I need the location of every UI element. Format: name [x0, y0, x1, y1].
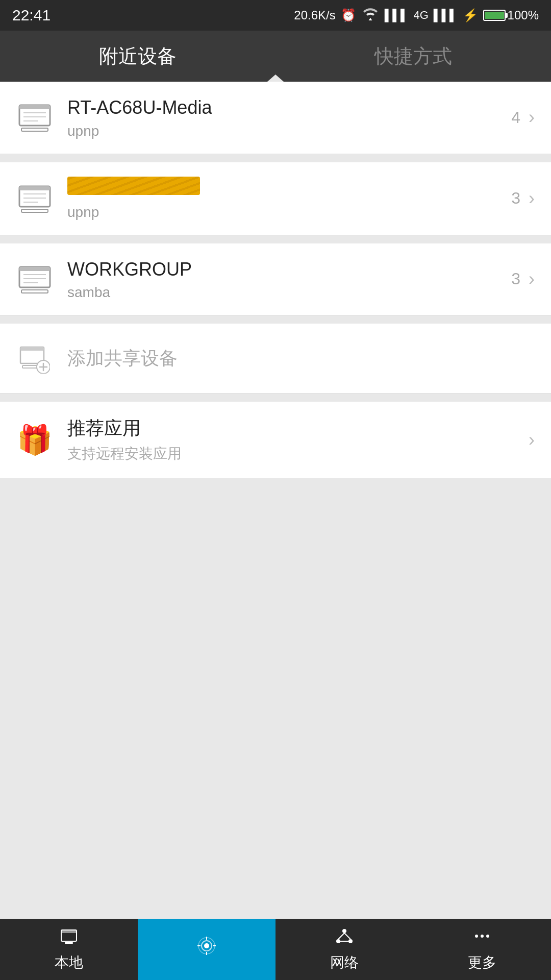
- chevron-icon-3: ›: [529, 268, 535, 290]
- tab-nearby[interactable]: 附近设备: [0, 31, 276, 82]
- svg-rect-8: [21, 209, 48, 212]
- tab-shortcut-label: 快捷方式: [374, 43, 452, 69]
- signal2-icon: ▌▌▌: [434, 9, 458, 22]
- svg-rect-1: [19, 105, 50, 109]
- nav-label-local: 本地: [55, 953, 83, 972]
- device-name-1: RT-AC68U-Media: [67, 96, 511, 120]
- wifi-icon: [361, 7, 380, 24]
- redaction-overlay: [67, 177, 200, 195]
- device-item-3[interactable]: WORKGROUP samba 3 ›: [0, 243, 551, 316]
- add-device-icon: [16, 340, 53, 377]
- svg-point-42: [486, 935, 489, 938]
- svg-point-34: [342, 929, 346, 933]
- recommend-info: 推荐应用 支持远程安装应用: [67, 416, 529, 463]
- nav-item-network[interactable]: 网络: [276, 919, 413, 980]
- device-type-2: upnp: [67, 204, 511, 220]
- svg-point-40: [475, 935, 478, 938]
- recommend-subtitle: 支持远程安装应用: [67, 444, 529, 463]
- device-type-1: upnp: [67, 123, 511, 139]
- content-area: RT-AC68U-Media upnp 4 › upnp 3 ›: [0, 82, 551, 478]
- device-count-2: 3: [511, 189, 520, 208]
- svg-point-41: [481, 935, 484, 938]
- bottom-navigation: 本地 网络: [0, 919, 551, 980]
- tab-nearby-label: 附近设备: [99, 43, 177, 69]
- network-nav-icon: [335, 927, 354, 950]
- nav-label-more: 更多: [468, 953, 496, 972]
- gift-icon: 🎁: [16, 422, 53, 458]
- tab-shortcut[interactable]: 快捷方式: [276, 31, 551, 82]
- chevron-icon-2: ›: [529, 188, 535, 209]
- svg-rect-19: [20, 347, 44, 351]
- status-time: 22:41: [12, 7, 51, 24]
- recommend-chevron: ›: [529, 429, 535, 451]
- divider-2: [0, 235, 551, 243]
- local-icon: [60, 927, 78, 950]
- device-item-1[interactable]: RT-AC68U-Media upnp 4 ›: [0, 82, 551, 154]
- signal-icon: ▌▌▌: [385, 9, 409, 22]
- recommend-item[interactable]: 🎁 推荐应用 支持远程安装应用 ›: [0, 402, 551, 478]
- device-icon-2: [16, 180, 53, 217]
- svg-rect-14: [21, 290, 48, 293]
- device-icon-3: [16, 261, 53, 298]
- nav-item-nearby[interactable]: [138, 919, 276, 980]
- device-type-3: samba: [67, 284, 511, 301]
- network-type: 4G: [413, 9, 428, 22]
- device-info-3: WORKGROUP samba: [67, 258, 511, 301]
- device-name-3: WORKGROUP: [67, 258, 511, 282]
- device-info-2: upnp: [67, 177, 511, 220]
- nav-item-local[interactable]: 本地: [0, 919, 138, 980]
- svg-rect-25: [61, 930, 77, 933]
- svg-line-38: [344, 933, 350, 939]
- add-device-label: 添加共享设备: [67, 346, 178, 371]
- svg-line-37: [338, 933, 344, 939]
- nav-label-network: 网络: [330, 953, 359, 972]
- device-info-1: RT-AC68U-Media upnp: [67, 96, 511, 139]
- device-item-2[interactable]: upnp 3 ›: [0, 162, 551, 235]
- charging-icon: ⚡: [463, 8, 478, 22]
- alarm-icon: ⏰: [341, 8, 356, 22]
- status-bar: 22:41 20.6K/s ⏰ ▌▌▌ 4G ▌▌▌ ⚡ 100%: [0, 0, 551, 31]
- device-icon-1: [16, 99, 53, 136]
- svg-rect-13: [19, 267, 50, 271]
- chevron-icon-1: ›: [529, 107, 535, 128]
- more-icon: [473, 927, 491, 950]
- svg-rect-26: [65, 942, 73, 944]
- nearby-icon: [196, 936, 217, 961]
- device-count-3: 3: [511, 270, 520, 288]
- speed-indicator: 20.6K/s: [294, 8, 335, 22]
- device-count-1: 4: [511, 108, 520, 127]
- recommend-title: 推荐应用: [67, 416, 529, 441]
- nav-item-more[interactable]: 更多: [413, 919, 551, 980]
- device-name-2: [67, 177, 511, 201]
- svg-rect-2: [21, 128, 48, 131]
- app-header: 附近设备 快捷方式: [0, 31, 551, 82]
- divider-1: [0, 154, 551, 162]
- status-right: 20.6K/s ⏰ ▌▌▌ 4G ▌▌▌ ⚡ 100%: [294, 7, 539, 24]
- battery-indicator: 100%: [483, 8, 539, 22]
- svg-rect-7: [19, 186, 50, 190]
- add-device-item[interactable]: 添加共享设备: [0, 324, 551, 394]
- svg-point-27: [204, 943, 209, 948]
